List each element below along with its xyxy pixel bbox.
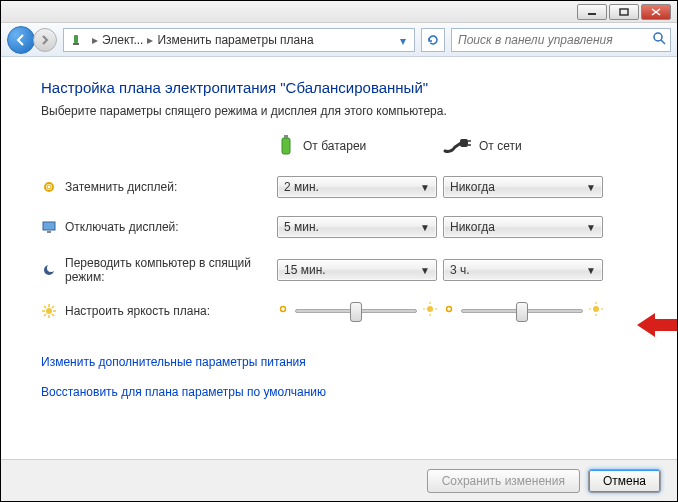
page-title: Настройка плана электропитания "Сбаланси… bbox=[41, 79, 637, 96]
slider-track[interactable] bbox=[295, 309, 417, 313]
forward-button[interactable] bbox=[33, 28, 57, 52]
svg-line-25 bbox=[52, 314, 54, 316]
advanced-settings-link[interactable]: Изменить дополнительные параметры питани… bbox=[41, 355, 637, 369]
refresh-button[interactable] bbox=[421, 28, 445, 52]
column-ac-label: От сети bbox=[479, 139, 522, 153]
battery-icon bbox=[277, 134, 295, 158]
svg-line-7 bbox=[661, 40, 665, 44]
svg-point-35 bbox=[593, 306, 599, 312]
svg-marker-40 bbox=[637, 313, 678, 337]
svg-point-14 bbox=[47, 185, 51, 189]
turnoff-ac-select[interactable]: Никогда ▼ bbox=[443, 216, 603, 238]
power-options-icon bbox=[68, 32, 84, 48]
content-area: Настройка плана электропитания "Сбаланси… bbox=[1, 57, 677, 425]
row-dim-label: Затемнить дисплей: bbox=[65, 180, 177, 194]
svg-line-26 bbox=[52, 306, 54, 308]
svg-point-28 bbox=[281, 307, 286, 312]
window-titlebar bbox=[1, 1, 677, 23]
svg-rect-16 bbox=[47, 231, 51, 233]
chevron-down-icon: ▼ bbox=[586, 265, 596, 276]
dim-battery-value: 2 мин. bbox=[284, 180, 319, 194]
row-sleep: Переводить компьютер в спящий режим: bbox=[41, 256, 271, 284]
navigation-bar: ▸ Элект... ▸ Изменить параметры плана ▾ bbox=[1, 23, 677, 57]
cancel-button[interactable]: Отмена bbox=[588, 469, 661, 493]
dim-ac-value: Никогда bbox=[450, 180, 495, 194]
svg-rect-10 bbox=[460, 139, 468, 147]
chevron-down-icon: ▼ bbox=[420, 222, 430, 233]
slider-thumb[interactable] bbox=[350, 302, 362, 322]
breadcrumb[interactable]: ▸ Элект... ▸ Изменить параметры плана ▾ bbox=[63, 28, 415, 52]
search-box[interactable] bbox=[451, 28, 671, 52]
svg-rect-15 bbox=[43, 222, 55, 230]
row-dim-display: Затемнить дисплей: bbox=[41, 180, 271, 194]
slider-track[interactable] bbox=[461, 309, 583, 313]
column-battery: От батареи bbox=[277, 134, 437, 158]
svg-line-24 bbox=[44, 306, 46, 308]
moon-icon bbox=[41, 263, 57, 277]
turnoff-battery-select[interactable]: 5 мин. ▼ bbox=[277, 216, 437, 238]
breadcrumb-sep-icon: ▸ bbox=[147, 33, 153, 47]
dim-icon bbox=[41, 180, 57, 194]
slider-thumb[interactable] bbox=[516, 302, 528, 322]
search-input[interactable] bbox=[456, 32, 652, 48]
svg-rect-4 bbox=[74, 35, 78, 43]
maximize-button[interactable] bbox=[609, 4, 639, 20]
settings-grid: От батареи От сети Затемнить дисплей: 2 … bbox=[41, 134, 637, 319]
row-sleep-label: Переводить компьютер в спящий режим: bbox=[65, 256, 265, 284]
plug-icon bbox=[443, 137, 471, 155]
column-ac: От сети bbox=[443, 137, 603, 155]
svg-point-19 bbox=[46, 308, 52, 314]
brightness-battery-slider[interactable] bbox=[277, 302, 437, 319]
svg-point-29 bbox=[427, 306, 433, 312]
chevron-down-icon: ▼ bbox=[586, 222, 596, 233]
breadcrumb-dropdown-icon[interactable]: ▾ bbox=[394, 31, 412, 51]
svg-line-27 bbox=[44, 314, 46, 316]
column-battery-label: От батареи bbox=[303, 139, 366, 153]
turnoff-ac-value: Никогда bbox=[450, 220, 495, 234]
sun-small-icon bbox=[443, 303, 455, 318]
row-turnoff-display: Отключать дисплей: bbox=[41, 220, 271, 234]
sun-large-icon bbox=[589, 302, 603, 319]
svg-rect-8 bbox=[282, 138, 290, 154]
sun-small-icon bbox=[277, 303, 289, 318]
breadcrumb-item[interactable]: Изменить параметры плана bbox=[157, 33, 313, 47]
chevron-down-icon: ▼ bbox=[420, 265, 430, 276]
sleep-battery-value: 15 мин. bbox=[284, 263, 326, 277]
svg-rect-1 bbox=[620, 9, 628, 15]
chevron-down-icon: ▼ bbox=[420, 182, 430, 193]
svg-rect-9 bbox=[284, 135, 288, 138]
search-icon[interactable] bbox=[652, 31, 666, 48]
footer-bar: Сохранить изменения Отмена bbox=[1, 459, 677, 501]
row-brightness: Настроить яркость плана: bbox=[41, 304, 271, 318]
minimize-button[interactable] bbox=[577, 4, 607, 20]
row-turnoff-label: Отключать дисплей: bbox=[65, 220, 179, 234]
dim-battery-select[interactable]: 2 мин. ▼ bbox=[277, 176, 437, 198]
monitor-icon bbox=[41, 220, 57, 234]
row-brightness-label: Настроить яркость плана: bbox=[65, 304, 210, 318]
svg-point-34 bbox=[447, 307, 452, 312]
sun-large-icon bbox=[423, 302, 437, 319]
breadcrumb-sep-icon: ▸ bbox=[92, 33, 98, 47]
sleep-ac-value: 3 ч. bbox=[450, 263, 470, 277]
turnoff-battery-value: 5 мин. bbox=[284, 220, 319, 234]
svg-point-18 bbox=[47, 264, 55, 272]
links-section: Изменить дополнительные параметры питани… bbox=[41, 355, 637, 399]
annotation-red-arrow bbox=[637, 311, 678, 339]
svg-rect-5 bbox=[73, 43, 79, 45]
chevron-down-icon: ▼ bbox=[586, 182, 596, 193]
sleep-battery-select[interactable]: 15 мин. ▼ bbox=[277, 259, 437, 281]
svg-point-6 bbox=[654, 33, 662, 41]
breadcrumb-item[interactable]: Элект... bbox=[102, 33, 143, 47]
restore-defaults-link[interactable]: Восстановить для плана параметры по умол… bbox=[41, 385, 637, 399]
sun-icon bbox=[41, 304, 57, 318]
sleep-ac-select[interactable]: 3 ч. ▼ bbox=[443, 259, 603, 281]
dim-ac-select[interactable]: Никогда ▼ bbox=[443, 176, 603, 198]
page-subheading: Выберите параметры спящего режима и дисп… bbox=[41, 104, 637, 118]
brightness-ac-slider[interactable] bbox=[443, 302, 603, 319]
close-button[interactable] bbox=[641, 4, 671, 20]
save-button[interactable]: Сохранить изменения bbox=[427, 469, 580, 493]
back-button[interactable] bbox=[7, 26, 35, 54]
